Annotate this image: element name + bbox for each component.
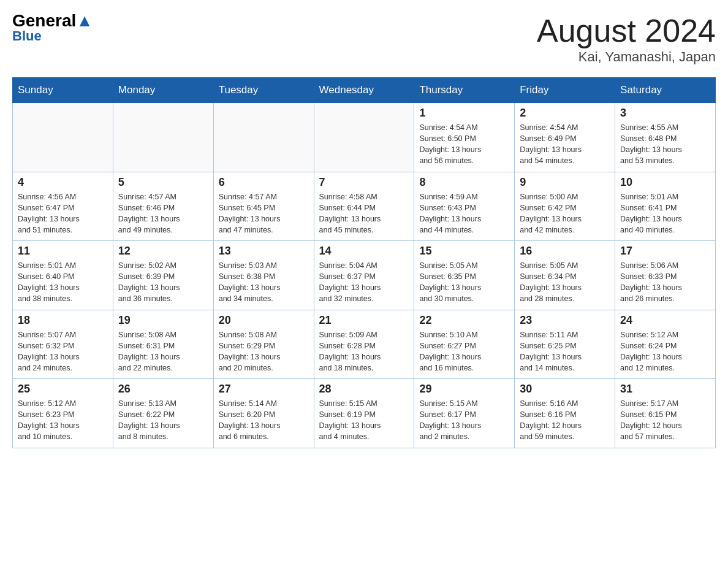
day-info: Sunrise: 5:01 AMSunset: 6:41 PMDaylight:…: [620, 191, 710, 236]
calendar-cell: 31Sunrise: 5:17 AMSunset: 6:15 PMDayligh…: [615, 379, 716, 448]
calendar-cell: 6Sunrise: 4:57 AMSunset: 6:45 PMDaylight…: [213, 172, 314, 241]
weekday-header-saturday: Saturday: [615, 78, 716, 103]
calendar-cell: 4Sunrise: 4:56 AMSunset: 6:47 PMDaylight…: [13, 172, 113, 241]
day-number: 3: [620, 107, 710, 120]
calendar-cell: 10Sunrise: 5:01 AMSunset: 6:41 PMDayligh…: [615, 172, 716, 241]
day-number: 24: [620, 314, 710, 327]
day-info: Sunrise: 5:05 AMSunset: 6:34 PMDaylight:…: [520, 260, 610, 305]
day-number: 19: [118, 314, 208, 327]
calendar-cell: 18Sunrise: 5:07 AMSunset: 6:32 PMDayligh…: [13, 310, 113, 379]
day-number: 28: [319, 383, 409, 396]
day-info: Sunrise: 5:05 AMSunset: 6:35 PMDaylight:…: [419, 260, 509, 305]
day-number: 4: [18, 176, 108, 189]
weekday-header-row: SundayMondayTuesdayWednesdayThursdayFrid…: [13, 78, 716, 103]
day-number: 7: [319, 176, 409, 189]
day-number: 20: [219, 314, 309, 327]
day-info: Sunrise: 4:55 AMSunset: 6:48 PMDaylight:…: [620, 122, 710, 167]
calendar-cell: 8Sunrise: 4:59 AMSunset: 6:43 PMDaylight…: [414, 172, 515, 241]
day-info: Sunrise: 5:10 AMSunset: 6:27 PMDaylight:…: [419, 329, 509, 374]
day-info: Sunrise: 5:12 AMSunset: 6:23 PMDaylight:…: [18, 398, 108, 443]
calendar-cell: [213, 103, 314, 172]
logo-text-blue: ▲: [76, 12, 93, 29]
day-info: Sunrise: 5:17 AMSunset: 6:15 PMDaylight:…: [620, 398, 710, 443]
calendar-week-4: 18Sunrise: 5:07 AMSunset: 6:32 PMDayligh…: [13, 310, 716, 379]
day-number: 8: [419, 176, 509, 189]
day-info: Sunrise: 5:16 AMSunset: 6:16 PMDaylight:…: [520, 398, 610, 443]
calendar-week-2: 4Sunrise: 4:56 AMSunset: 6:47 PMDaylight…: [13, 172, 716, 241]
calendar-cell: 14Sunrise: 5:04 AMSunset: 6:37 PMDayligh…: [314, 241, 414, 310]
day-number: 26: [118, 383, 208, 396]
calendar-cell: 3Sunrise: 4:55 AMSunset: 6:48 PMDaylight…: [615, 103, 716, 172]
calendar-cell: 2Sunrise: 4:54 AMSunset: 6:49 PMDaylight…: [515, 103, 615, 172]
weekday-header-thursday: Thursday: [414, 78, 515, 103]
day-info: Sunrise: 5:15 AMSunset: 6:17 PMDaylight:…: [419, 398, 509, 443]
calendar-cell: [314, 103, 414, 172]
calendar-cell: 7Sunrise: 4:58 AMSunset: 6:44 PMDaylight…: [314, 172, 414, 241]
calendar-cell: [113, 103, 213, 172]
day-info: Sunrise: 4:57 AMSunset: 6:46 PMDaylight:…: [118, 191, 208, 236]
day-info: Sunrise: 5:08 AMSunset: 6:29 PMDaylight:…: [219, 329, 309, 374]
calendar-title: August 2024: [537, 12, 716, 49]
day-number: 1: [419, 107, 509, 120]
calendar-cell: 23Sunrise: 5:11 AMSunset: 6:25 PMDayligh…: [515, 310, 615, 379]
day-info: Sunrise: 5:12 AMSunset: 6:24 PMDaylight:…: [620, 329, 710, 374]
calendar-cell: 11Sunrise: 5:01 AMSunset: 6:40 PMDayligh…: [13, 241, 113, 310]
title-block: August 2024 Kai, Yamanashi, Japan: [537, 12, 716, 65]
day-number: 21: [319, 314, 409, 327]
day-number: 29: [419, 383, 509, 396]
calendar-cell: 9Sunrise: 5:00 AMSunset: 6:42 PMDaylight…: [515, 172, 615, 241]
day-info: Sunrise: 5:08 AMSunset: 6:31 PMDaylight:…: [118, 329, 208, 374]
calendar-cell: 17Sunrise: 5:06 AMSunset: 6:33 PMDayligh…: [615, 241, 716, 310]
day-info: Sunrise: 5:03 AMSunset: 6:38 PMDaylight:…: [219, 260, 309, 305]
calendar-cell: 16Sunrise: 5:05 AMSunset: 6:34 PMDayligh…: [515, 241, 615, 310]
day-number: 6: [219, 176, 309, 189]
day-number: 11: [18, 245, 108, 258]
calendar-cell: 28Sunrise: 5:15 AMSunset: 6:19 PMDayligh…: [314, 379, 414, 448]
calendar-cell: 15Sunrise: 5:05 AMSunset: 6:35 PMDayligh…: [414, 241, 515, 310]
day-info: Sunrise: 5:00 AMSunset: 6:42 PMDaylight:…: [520, 191, 610, 236]
day-number: 31: [620, 383, 710, 396]
day-info: Sunrise: 4:57 AMSunset: 6:45 PMDaylight:…: [219, 191, 309, 236]
calendar-cell: 22Sunrise: 5:10 AMSunset: 6:27 PMDayligh…: [414, 310, 515, 379]
day-number: 15: [419, 245, 509, 258]
calendar-week-5: 25Sunrise: 5:12 AMSunset: 6:23 PMDayligh…: [13, 379, 716, 448]
calendar-cell: 21Sunrise: 5:09 AMSunset: 6:28 PMDayligh…: [314, 310, 414, 379]
day-info: Sunrise: 4:58 AMSunset: 6:44 PMDaylight:…: [319, 191, 409, 236]
calendar-week-3: 11Sunrise: 5:01 AMSunset: 6:40 PMDayligh…: [13, 241, 716, 310]
weekday-header-sunday: Sunday: [13, 78, 113, 103]
weekday-header-monday: Monday: [113, 78, 213, 103]
calendar-cell: 1Sunrise: 4:54 AMSunset: 6:50 PMDaylight…: [414, 103, 515, 172]
day-number: 18: [18, 314, 108, 327]
day-info: Sunrise: 5:07 AMSunset: 6:32 PMDaylight:…: [18, 329, 108, 374]
calendar-cell: 24Sunrise: 5:12 AMSunset: 6:24 PMDayligh…: [615, 310, 716, 379]
calendar-cell: 13Sunrise: 5:03 AMSunset: 6:38 PMDayligh…: [213, 241, 314, 310]
day-info: Sunrise: 5:06 AMSunset: 6:33 PMDaylight:…: [620, 260, 710, 305]
weekday-header-tuesday: Tuesday: [213, 78, 314, 103]
calendar-cell: 19Sunrise: 5:08 AMSunset: 6:31 PMDayligh…: [113, 310, 213, 379]
day-info: Sunrise: 5:02 AMSunset: 6:39 PMDaylight:…: [118, 260, 208, 305]
day-info: Sunrise: 5:14 AMSunset: 6:20 PMDaylight:…: [219, 398, 309, 443]
day-number: 22: [419, 314, 509, 327]
day-info: Sunrise: 4:56 AMSunset: 6:47 PMDaylight:…: [18, 191, 108, 236]
day-number: 10: [620, 176, 710, 189]
day-info: Sunrise: 5:01 AMSunset: 6:40 PMDaylight:…: [18, 260, 108, 305]
day-number: 9: [520, 176, 610, 189]
weekday-header-wednesday: Wednesday: [314, 78, 414, 103]
calendar-subtitle: Kai, Yamanashi, Japan: [537, 49, 716, 65]
calendar-cell: 29Sunrise: 5:15 AMSunset: 6:17 PMDayligh…: [414, 379, 515, 448]
day-number: 12: [118, 245, 208, 258]
logo-line2: Blue: [12, 28, 42, 44]
day-info: Sunrise: 5:15 AMSunset: 6:19 PMDaylight:…: [319, 398, 409, 443]
day-number: 5: [118, 176, 208, 189]
day-info: Sunrise: 5:13 AMSunset: 6:22 PMDaylight:…: [118, 398, 208, 443]
day-number: 17: [620, 245, 710, 258]
day-info: Sunrise: 4:54 AMSunset: 6:49 PMDaylight:…: [520, 122, 610, 167]
day-info: Sunrise: 4:54 AMSunset: 6:50 PMDaylight:…: [419, 122, 509, 167]
logo: General ▲ Blue: [12, 12, 93, 44]
calendar-cell: 26Sunrise: 5:13 AMSunset: 6:22 PMDayligh…: [113, 379, 213, 448]
day-number: 2: [520, 107, 610, 120]
logo-text-black: General: [12, 12, 76, 29]
calendar-cell: 27Sunrise: 5:14 AMSunset: 6:20 PMDayligh…: [213, 379, 314, 448]
day-info: Sunrise: 5:11 AMSunset: 6:25 PMDaylight:…: [520, 329, 610, 374]
day-number: 13: [219, 245, 309, 258]
